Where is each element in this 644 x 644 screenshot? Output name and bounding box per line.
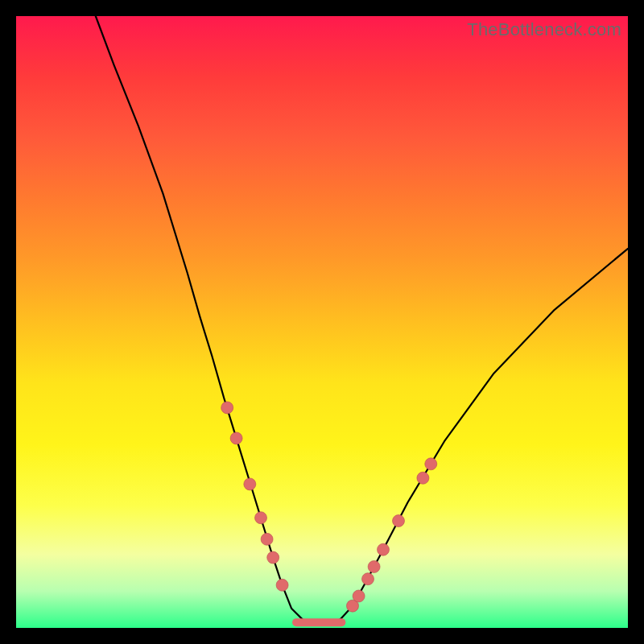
marker-dot [255,512,267,524]
chart-svg [16,16,628,628]
bottleneck-curve [96,16,628,624]
marker-dot [353,590,365,602]
chart-stage: TheBottleneck.com [0,0,644,644]
marker-dot [244,478,256,490]
marker-dot [362,573,374,585]
marker-dot [417,472,429,484]
marker-dot [261,533,273,545]
marker-dot [425,458,437,470]
marker-dot [378,543,390,555]
marker-dot [267,551,279,564]
marker-dot [276,579,288,591]
marker-dot [368,561,380,573]
marker-dot [393,515,405,527]
marker-dot [221,402,233,414]
marker-dot [230,432,242,444]
plot-area: TheBottleneck.com [16,16,628,628]
